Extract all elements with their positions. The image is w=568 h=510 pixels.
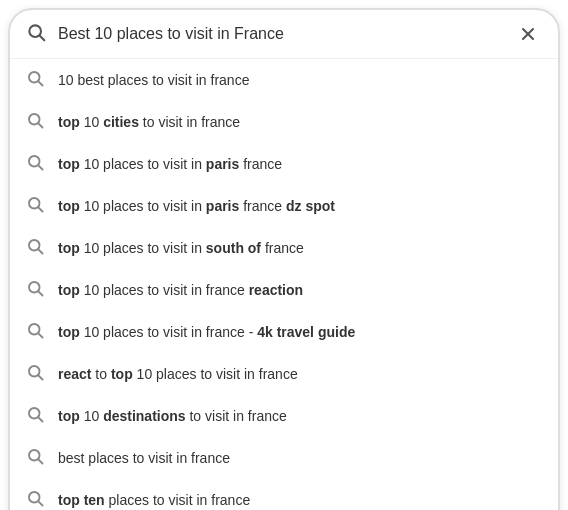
svg-line-11 bbox=[38, 207, 42, 211]
suggestion-text: 10 best places to visit in france bbox=[58, 72, 249, 88]
suggestion-search-icon bbox=[26, 111, 44, 133]
svg-line-5 bbox=[38, 81, 42, 85]
svg-line-19 bbox=[38, 375, 42, 379]
search-icon bbox=[26, 22, 46, 46]
suggestion-search-icon bbox=[26, 447, 44, 469]
list-item[interactable]: top 10 places to visit in paris france bbox=[10, 143, 558, 185]
suggestion-search-icon bbox=[26, 153, 44, 175]
list-item[interactable]: top 10 places to visit in france - 4k tr… bbox=[10, 311, 558, 353]
svg-line-17 bbox=[38, 333, 42, 337]
list-item[interactable]: react to top 10 places to visit in franc… bbox=[10, 353, 558, 395]
suggestion-text: top 10 places to visit in paris france d… bbox=[58, 198, 335, 214]
suggestions-list: 10 best places to visit in france top 10… bbox=[10, 59, 558, 510]
suggestion-text: react to top 10 places to visit in franc… bbox=[58, 366, 298, 382]
list-item[interactable]: top 10 places to visit in south of franc… bbox=[10, 227, 558, 269]
suggestion-text: top 10 places to visit in france reactio… bbox=[58, 282, 303, 298]
suggestion-search-icon bbox=[26, 69, 44, 91]
suggestion-text: top 10 places to visit in south of franc… bbox=[58, 240, 304, 256]
suggestion-text: top 10 destinations to visit in france bbox=[58, 408, 287, 424]
suggestion-search-icon bbox=[26, 195, 44, 217]
svg-line-9 bbox=[38, 165, 42, 169]
svg-line-13 bbox=[38, 249, 42, 253]
list-item[interactable]: top 10 places to visit in paris france d… bbox=[10, 185, 558, 227]
suggestion-text: top ten places to visit in france bbox=[58, 492, 250, 508]
list-item[interactable]: top 10 cities to visit in france bbox=[10, 101, 558, 143]
list-item[interactable]: best places to visit in france bbox=[10, 437, 558, 479]
list-item[interactable]: top ten places to visit in france bbox=[10, 479, 558, 510]
suggestion-text: top 10 places to visit in france - 4k tr… bbox=[58, 324, 355, 340]
list-item[interactable]: top 10 destinations to visit in france bbox=[10, 395, 558, 437]
suggestion-search-icon bbox=[26, 489, 44, 510]
list-item[interactable]: 10 best places to visit in france bbox=[10, 59, 558, 101]
list-item[interactable]: top 10 places to visit in france reactio… bbox=[10, 269, 558, 311]
search-input[interactable] bbox=[58, 25, 514, 43]
svg-line-1 bbox=[40, 36, 45, 41]
svg-line-25 bbox=[38, 501, 42, 505]
suggestion-search-icon bbox=[26, 363, 44, 385]
suggestion-search-icon bbox=[26, 405, 44, 427]
search-container: 10 best places to visit in france top 10… bbox=[8, 8, 560, 510]
suggestion-search-icon bbox=[26, 237, 44, 259]
suggestion-search-icon bbox=[26, 321, 44, 343]
suggestion-text: top 10 cities to visit in france bbox=[58, 114, 240, 130]
suggestion-text: top 10 places to visit in paris france bbox=[58, 156, 282, 172]
clear-button[interactable] bbox=[514, 20, 542, 48]
svg-line-23 bbox=[38, 459, 42, 463]
search-bar bbox=[10, 10, 558, 59]
svg-line-21 bbox=[38, 417, 42, 421]
suggestion-search-icon bbox=[26, 279, 44, 301]
svg-line-7 bbox=[38, 123, 42, 127]
suggestion-text: best places to visit in france bbox=[58, 450, 230, 466]
svg-line-15 bbox=[38, 291, 42, 295]
